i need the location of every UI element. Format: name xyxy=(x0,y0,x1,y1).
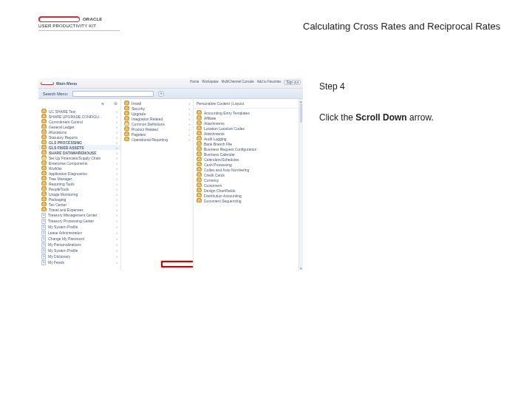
menu-col-3: Personalize Content | Layout Accounting … xyxy=(194,99,303,270)
menu-item-folder[interactable]: Business Request Configuration› xyxy=(194,146,303,151)
menu-list-1[interactable]: UC SHARE Test›SHARE UPGRADE CONFIGU…›Com… xyxy=(38,107,120,267)
menu-item-label: Business Calendar xyxy=(204,152,235,157)
menu-item-folder[interactable]: Attachments› xyxy=(194,131,303,136)
menu-item-folder[interactable]: Design ChartFields› xyxy=(194,188,303,193)
top-link-favorites[interactable]: Add to Favorites xyxy=(257,80,282,85)
top-link-workspace[interactable]: Workspace xyxy=(202,80,218,85)
menu-item-folder[interactable]: Travel and Expenses› xyxy=(38,207,120,212)
menu-item-doc[interactable]: Treasury Management Center› xyxy=(38,212,120,218)
menu-item-folder[interactable]: Integration Related› xyxy=(121,116,193,121)
menu-item-folder[interactable]: Set Up Financials/Supply Chain› xyxy=(38,155,120,160)
expand-icon: › xyxy=(186,101,190,106)
instruction-bold: Scroll Down xyxy=(355,112,406,123)
folder-icon xyxy=(41,140,47,144)
menu-item-folder[interactable]: Document Sequencing› xyxy=(194,198,303,203)
folder-icon xyxy=(197,188,202,192)
menu-item-folder[interactable]: Currency› xyxy=(194,177,303,183)
menu-item-folder[interactable]: Common Definitions› xyxy=(121,121,193,126)
menu-list-2[interactable]: Install›Security›Upgrade›Integration Rel… xyxy=(121,99,193,143)
menu-item-folder[interactable]: Calendars/Schedules› xyxy=(194,157,303,162)
top-link-home[interactable]: Home xyxy=(190,80,199,85)
personalize-link[interactable]: Personalize Content | Layout xyxy=(194,99,303,109)
menu-item-doc[interactable]: My Feeds› xyxy=(38,259,120,265)
scroll-down-arrow[interactable]: ▾ xyxy=(299,266,303,270)
folder-icon xyxy=(124,106,129,110)
menu-item-label: Product Related xyxy=(132,127,158,132)
menu-item-folder[interactable]: Enterprise Components› xyxy=(38,160,120,166)
menu-item-folder[interactable]: Credit Cards› xyxy=(194,172,303,177)
menu-item-doc[interactable]: My System Profile› xyxy=(38,248,120,253)
menu-item-folder[interactable]: GLS PROCESSING› xyxy=(38,140,120,145)
menu-item-folder[interactable]: Commitment Control› xyxy=(38,119,120,124)
menu-item-folder[interactable]: Reporting Tools› xyxy=(38,181,120,186)
menu-item-label: Packaging xyxy=(49,197,66,202)
document-icon xyxy=(41,260,46,265)
menu-item-folder[interactable]: PeopleTools› xyxy=(38,186,120,191)
menu-item-folder[interactable]: SHARE DATAWAREHOUSE› xyxy=(38,150,120,155)
menu-item-folder[interactable]: Install› xyxy=(121,100,193,106)
menu-item-folder[interactable]: Cash Processing› xyxy=(194,162,303,167)
menu-item-label: Customers xyxy=(204,183,222,188)
menu-item-doc[interactable]: Treasury Processing Center› xyxy=(38,218,120,224)
scrollbar[interactable]: ▴ ▾ xyxy=(299,99,303,270)
menu-item-folder[interactable]: GLS FIXED ASSETS› xyxy=(38,145,120,150)
menu-item-folder[interactable]: Product Related› xyxy=(121,126,193,132)
expand-icon: › xyxy=(114,182,117,186)
menu-item-label: Tax Center xyxy=(49,202,66,207)
screenshot-preview: Main Menu Home Workspace MultiChannel Co… xyxy=(38,78,303,270)
menu-item-label: Bank Branch File xyxy=(204,142,232,146)
scroll-thumb[interactable] xyxy=(300,103,302,123)
expand-icon: › xyxy=(114,254,117,259)
menu-item-folder[interactable]: Statutory Reports› xyxy=(38,134,120,140)
expand-icon: › xyxy=(114,225,117,229)
menu-item-folder[interactable]: Distribution Accounting› xyxy=(194,193,303,198)
menu-item-doc[interactable]: Lease Administration› xyxy=(38,230,120,236)
folder-icon xyxy=(41,120,47,123)
menu-item-folder[interactable]: Security› xyxy=(121,106,193,111)
menu-item-folder[interactable]: Operational Reporting› xyxy=(121,137,193,142)
menu-item-doc[interactable]: Change My Password› xyxy=(38,236,120,242)
menu-item-label: Common Definitions xyxy=(132,122,165,126)
oracle-logo-icon xyxy=(38,16,80,22)
menu-item-folder[interactable]: Customers› xyxy=(194,183,303,188)
menu-item-doc[interactable]: My System Profile› xyxy=(38,224,120,230)
menu-item-label: Allocations xyxy=(49,130,66,134)
menu-item-folder[interactable]: UC SHARE Test› xyxy=(38,109,120,114)
menu-item-folder[interactable]: Application Diagnostics› xyxy=(38,171,120,176)
main-menu-label[interactable]: Main Menu xyxy=(56,81,77,86)
menu-item-label: Reporting Tools xyxy=(49,182,75,186)
search-go-button[interactable] xyxy=(158,91,164,97)
menu-item-folder[interactable]: Allocations› xyxy=(38,129,120,134)
menu-item-doc[interactable]: My Dictionary› xyxy=(38,253,120,259)
expand-icon: › xyxy=(114,197,117,202)
menu-item-folder[interactable]: Audit Logging› xyxy=(194,136,303,141)
search-input[interactable] xyxy=(72,91,154,97)
menu-item-folder[interactable]: Tax Center› xyxy=(38,202,120,207)
menu-item-folder[interactable]: Upgrade› xyxy=(121,111,193,116)
menu-item-folder[interactable]: Usage Monitoring› xyxy=(38,191,120,197)
menu-item-folder[interactable]: Packaging› xyxy=(38,197,120,202)
menu-list-3[interactable]: Accounting Entry Templates›Affiliate›Att… xyxy=(194,109,303,205)
menu-item-folder[interactable]: Bank Branch File› xyxy=(194,141,303,146)
menu-item-folder[interactable]: Codes and Auto Numbering› xyxy=(194,167,303,172)
folder-icon xyxy=(41,125,47,129)
menu-item-folder[interactable]: General Ledger› xyxy=(38,124,120,129)
menu-item-folder[interactable]: Tree Manager› xyxy=(38,176,120,181)
menu-item-folder[interactable]: Business Calendar› xyxy=(194,151,303,157)
folder-icon xyxy=(124,117,129,120)
menu-item-folder[interactable]: Pagelets› xyxy=(121,132,193,137)
top-link-signout[interactable]: Sign out xyxy=(284,80,301,85)
folder-icon xyxy=(41,166,47,170)
menu-item-folder[interactable]: SHARE UPGRADE CONFIGU…› xyxy=(38,114,120,119)
menu-item-folder[interactable]: Worklist› xyxy=(38,166,120,171)
menu-item-folder[interactable]: Attachments› xyxy=(194,120,303,126)
app-logo-icon xyxy=(41,82,54,85)
folder-icon xyxy=(197,157,202,161)
folder-icon xyxy=(41,202,47,206)
menu-item-folder[interactable]: Location Location Codes› xyxy=(194,126,303,131)
menu-item-doc[interactable]: My Personalizations› xyxy=(38,242,120,248)
menu-item-folder[interactable]: Accounting Entry Templates› xyxy=(194,110,303,115)
top-link-mcc[interactable]: MultiChannel Console xyxy=(222,80,254,85)
menu-item-folder[interactable]: Affiliate› xyxy=(194,115,303,120)
menu-columns: ◂⊕ UC SHARE Test›SHARE UPGRADE CONFIGU…›… xyxy=(38,99,303,270)
